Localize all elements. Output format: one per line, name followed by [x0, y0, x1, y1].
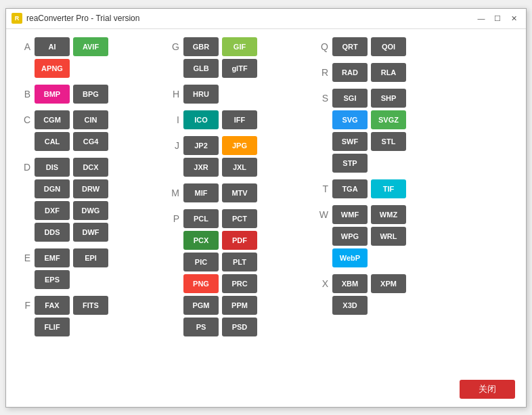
format-rla[interactable]: RLA	[371, 63, 406, 82]
format-drw[interactable]: DRW	[73, 179, 108, 198]
format-webp[interactable]: WebP	[332, 248, 368, 267]
section-d: D DIS DCX DGN DRW DXF DWG	[17, 158, 166, 244]
column-qrstwx: Q QRT QOI R RAD RLA	[315, 37, 515, 399]
format-dis[interactable]: DIS	[35, 158, 70, 177]
format-png[interactable]: PNG	[183, 274, 219, 293]
format-shp[interactable]: SHP	[371, 89, 406, 108]
section-x: X XBM XPM X3D	[315, 274, 515, 318]
format-rad[interactable]: RAD	[332, 63, 368, 82]
section-w: W WMF WMZ WPG WRL WebP	[315, 205, 515, 270]
format-apng[interactable]: APNG	[35, 59, 70, 78]
format-wmz[interactable]: WMZ	[371, 205, 406, 224]
format-bpg[interactable]: BPG	[73, 85, 108, 104]
label-j: J	[166, 140, 179, 151]
column-abcdef: A AI AVIF APNG B BMP	[17, 37, 166, 399]
label-r: R	[315, 67, 328, 78]
format-epi[interactable]: EPI	[73, 248, 108, 267]
format-dwf[interactable]: DWF	[73, 223, 108, 242]
label-h: H	[166, 89, 179, 100]
format-prc[interactable]: PRC	[222, 274, 257, 293]
close-window-button[interactable]: ✕	[507, 12, 520, 24]
format-ai[interactable]: AI	[35, 37, 70, 56]
format-eps[interactable]: EPS	[35, 270, 70, 289]
format-fax[interactable]: FAX	[35, 296, 70, 315]
close-button[interactable]: 关闭	[460, 380, 515, 399]
format-sgi[interactable]: SGI	[332, 89, 368, 108]
label-c: C	[17, 114, 30, 125]
format-pic[interactable]: PIC	[183, 253, 219, 271]
format-qoi[interactable]: QOI	[371, 37, 406, 56]
format-jp2[interactable]: JP2	[183, 136, 219, 155]
format-flif[interactable]: FLIF	[35, 318, 70, 336]
section-c: C CGM CIN CAL CG4	[17, 110, 166, 154]
main-window: R reaConverter Pro - Trial version — ☐ ✕…	[5, 8, 527, 408]
format-gltf[interactable]: glTF	[222, 59, 257, 78]
format-tga[interactable]: TGA	[332, 179, 368, 198]
format-qrt[interactable]: QRT	[332, 37, 368, 56]
section-a: A AI AVIF APNG	[17, 37, 166, 81]
format-fits[interactable]: FITS	[73, 296, 108, 315]
format-stl[interactable]: STL	[371, 132, 406, 151]
format-ps[interactable]: PS	[183, 318, 219, 336]
format-svgz[interactable]: SVGZ	[371, 110, 406, 129]
format-avif[interactable]: AVIF	[73, 37, 108, 56]
columns-container: A AI AVIF APNG B BMP	[17, 37, 515, 399]
format-tif[interactable]: TIF	[371, 179, 406, 198]
format-svg[interactable]: SVG	[332, 110, 368, 129]
format-cgm[interactable]: CGM	[35, 110, 70, 129]
format-ppm[interactable]: PPM	[222, 296, 257, 315]
format-x3d[interactable]: X3D	[332, 296, 368, 315]
format-pgm[interactable]: PGM	[183, 296, 219, 315]
format-dds[interactable]: DDS	[35, 223, 70, 242]
section-m: M MIF MTV	[166, 183, 315, 205]
format-pcl[interactable]: PCL	[183, 209, 219, 228]
format-mif[interactable]: MIF	[183, 183, 219, 202]
label-a: A	[17, 41, 30, 52]
format-emf[interactable]: EMF	[35, 248, 70, 267]
format-cg4[interactable]: CG4	[73, 132, 108, 151]
format-cal[interactable]: CAL	[35, 132, 70, 151]
window-title: reaConverter Pro - Trial version	[26, 14, 139, 23]
format-gif[interactable]: GIF	[222, 37, 257, 56]
section-t: T TGA TIF	[315, 179, 515, 201]
label-b: B	[17, 89, 30, 100]
format-xpm[interactable]: XPM	[371, 274, 406, 293]
format-grid: A AI AVIF APNG B BMP	[6, 29, 526, 407]
format-glb[interactable]: GLB	[183, 59, 219, 78]
app-icon: R	[12, 13, 22, 24]
format-dxf[interactable]: DXF	[35, 201, 70, 220]
format-wrl[interactable]: WRL	[371, 227, 406, 246]
format-gbr[interactable]: GBR	[183, 37, 219, 56]
title-bar: R reaConverter Pro - Trial version — ☐ ✕	[6, 9, 526, 29]
format-iff[interactable]: IFF	[222, 110, 257, 129]
format-pdf[interactable]: PDF	[222, 231, 257, 250]
maximize-button[interactable]: ☐	[491, 12, 504, 24]
format-wmf[interactable]: WMF	[332, 205, 368, 224]
a-buttons: AI AVIF	[35, 37, 108, 56]
minimize-button[interactable]: —	[474, 12, 488, 24]
format-dgn[interactable]: DGN	[35, 179, 70, 198]
format-plt[interactable]: PLT	[222, 253, 257, 271]
format-hru[interactable]: HRU	[183, 85, 219, 104]
format-jpg[interactable]: JPG	[222, 136, 257, 155]
format-pcx[interactable]: PCX	[183, 231, 219, 250]
format-bmp[interactable]: BMP	[35, 85, 70, 104]
section-e: E EMF EPI EPS	[17, 248, 166, 292]
format-stp[interactable]: STP	[332, 154, 368, 173]
format-pct[interactable]: PCT	[222, 209, 257, 228]
format-jxl[interactable]: JXL	[222, 158, 257, 177]
format-dwg[interactable]: DWG	[73, 201, 108, 220]
section-p: P PCL PCT PCX PDF PIC PLT	[166, 209, 315, 339]
format-mtv[interactable]: MTV	[222, 183, 257, 202]
format-jxr[interactable]: JXR	[183, 158, 219, 177]
format-psd[interactable]: PSD	[222, 318, 257, 336]
label-g: G	[166, 41, 179, 52]
format-wpg[interactable]: WPG	[332, 227, 368, 246]
format-swf[interactable]: SWF	[332, 132, 368, 151]
label-d: D	[17, 162, 30, 173]
format-cin[interactable]: CIN	[73, 110, 108, 129]
format-xbm[interactable]: XBM	[332, 274, 368, 293]
label-s: S	[315, 93, 328, 104]
format-ico[interactable]: ICO	[183, 110, 219, 129]
format-dcx[interactable]: DCX	[73, 158, 108, 177]
